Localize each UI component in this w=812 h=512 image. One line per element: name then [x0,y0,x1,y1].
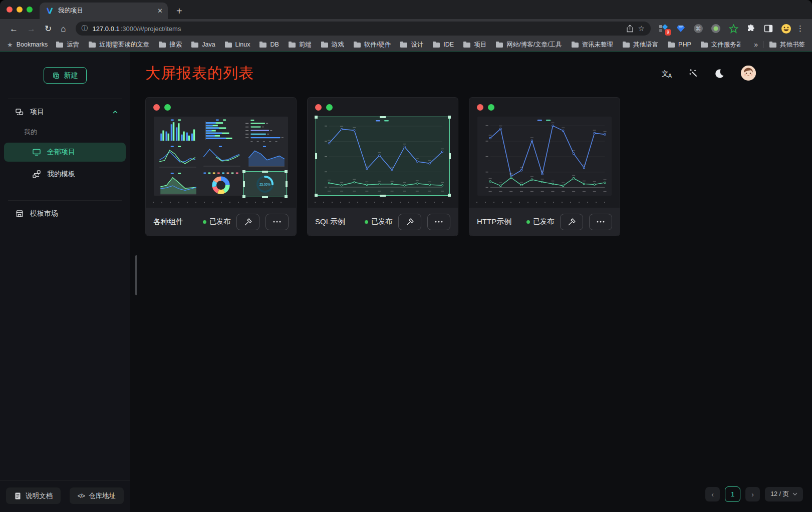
page-info-icon[interactable]: ⓘ [82,24,88,33]
current-page-button[interactable]: 1 [725,486,740,502]
folder-icon [400,43,407,48]
side-panel-icon[interactable] [763,23,774,34]
sidebar-item-my-templates[interactable]: 我的模板 [4,165,126,184]
extension-command-icon[interactable]: ⌘ [693,23,704,34]
bookmark-folder[interactable]: PHP [668,41,691,48]
more-actions-button[interactable] [265,214,289,230]
sidebar-item-template-market[interactable]: 模板市场 [0,201,130,225]
project-card[interactable]: SQL示例 已发布 [307,97,458,236]
code-icon: </> [78,492,85,499]
line-chart-preview [316,117,449,195]
project-preview-thumbnail[interactable] [477,117,612,196]
bookmark-label: Java [202,41,215,48]
bookmarks-overflow-icon[interactable]: » [754,41,758,49]
extensions-puzzle-icon[interactable] [745,23,756,34]
bookmark-folder[interactable]: 项目 [463,41,486,49]
sidebar-item-all-projects[interactable]: 全部项目 [4,143,126,162]
share-icon[interactable] [626,25,634,33]
bookmark-folder[interactable]: 前端 [289,41,312,49]
close-window-button[interactable] [7,7,13,13]
new-project-label: 新建 [64,71,78,80]
other-bookmarks-button[interactable]: 其他书签 [769,41,805,49]
ellipsis-icon [597,221,605,223]
emoji-extension-icon[interactable] [780,23,791,34]
star-icon: ★ [7,41,13,49]
extension-green-star-icon[interactable] [728,23,739,34]
green-dot-icon [488,104,494,111]
edit-project-button[interactable] [560,214,583,230]
fullscreen-window-button[interactable] [27,7,33,13]
app-area: 新建 项目 我的 全部项目 [0,51,812,512]
status-badge: 已发布 [365,217,392,226]
project-card[interactable]: HTTP示例 已发布 [469,97,620,236]
project-cards: 25.00% 各种组件 已发布 [130,89,812,236]
extension-grid-diamond-icon[interactable]: 9 [658,23,669,34]
project-preview-thumbnail[interactable]: 25.00% [154,117,288,196]
bookmark-folder[interactable]: 软件/硬件 [354,41,391,49]
prev-page-button[interactable]: ‹ [705,487,720,501]
template-icon [32,170,41,179]
minimize-window-button[interactable] [17,7,23,13]
extensions-area: 9 ⌘ [655,23,794,34]
bookmarks-root-button[interactable]: ★ Bookmarks [7,41,48,49]
bookmark-folder[interactable]: 网站/博客/文章/工具 [496,41,562,49]
other-bookmarks-label: 其他书签 [780,41,805,49]
document-icon [14,492,22,500]
back-icon[interactable]: ← [10,25,18,33]
folder-icon [769,43,776,48]
extension-gem-icon[interactable] [675,23,686,34]
mini-area-chart [243,145,287,170]
bookmark-folder[interactable]: DB [259,41,279,48]
bookmark-folder[interactable]: 设计 [400,41,423,49]
home-icon[interactable]: ⌂ [61,25,66,33]
bookmark-folder[interactable]: Java [191,41,215,48]
bookmark-folder[interactable]: 其他语言 [623,41,658,49]
tab-close-icon[interactable]: ✕ [157,7,163,15]
new-project-button[interactable]: 新建 [44,67,87,84]
edit-project-button[interactable] [398,214,421,230]
project-card[interactable]: 25.00% 各种组件 已发布 [145,97,297,236]
docs-button[interactable]: 说明文档 [6,487,61,504]
bookmark-label: Linux [235,41,250,48]
green-dot-icon [326,104,333,111]
bookmark-folder[interactable]: 资讯未整理 [572,41,614,49]
bookmark-label: 运营 [67,41,79,49]
folder-icon [496,43,503,48]
next-page-button[interactable]: › [745,487,760,501]
line-chart-preview [477,117,612,196]
repo-button[interactable]: </> 仓库地址 [70,487,124,504]
mini-thin-bar-chart [243,118,287,144]
bookmark-folder[interactable]: 游戏 [321,41,344,49]
dark-mode-moon-icon[interactable] [715,69,724,78]
bookmark-star-icon[interactable]: ☆ [638,24,645,33]
edit-project-button[interactable] [236,214,259,230]
more-actions-button[interactable] [427,214,450,230]
project-preview-thumbnail-selected[interactable] [316,117,450,196]
scrollbar-thumb[interactable] [135,255,137,295]
bookmark-folder[interactable]: 近期需要读的文章 [89,41,149,49]
language-switch-icon[interactable]: 文A [662,70,672,77]
status-badge: 已发布 [526,217,554,226]
sidebar-group-projects[interactable]: 项目 [0,99,130,123]
browser-tab[interactable]: 我的项目 ✕ [40,3,168,19]
svg-text:⌘: ⌘ [696,26,701,32]
bookmark-folder[interactable]: Linux [225,41,250,48]
forward-icon[interactable]: → [27,25,36,33]
user-avatar[interactable] [741,66,756,81]
reload-icon[interactable]: ↻ [45,25,52,33]
more-actions-button[interactable] [589,214,612,230]
url-bar[interactable]: ⓘ 127.0.0.1 :3000/#/project/items ☆ [76,22,651,36]
bookmark-folder[interactable]: 搜索 [159,41,182,49]
bookmark-folder[interactable]: 文件服务器 [701,41,740,49]
extension-record-icon[interactable] [710,23,721,34]
mini-gauge-chart-selected[interactable]: 25.00% [243,171,287,197]
browser-menu-icon[interactable]: ⋮ [796,24,804,33]
new-tab-button[interactable]: + [176,6,182,16]
bookmark-folder[interactable]: 运营 [56,41,79,49]
bookmark-folder[interactable]: IDE [433,41,454,48]
chevron-up-icon[interactable] [112,109,119,116]
page-size-select[interactable]: 12 / 页 [765,487,803,501]
magic-wand-icon[interactable] [689,69,698,78]
url-path: :3000/#/project/items [121,25,181,33]
folder-icon [56,43,63,48]
